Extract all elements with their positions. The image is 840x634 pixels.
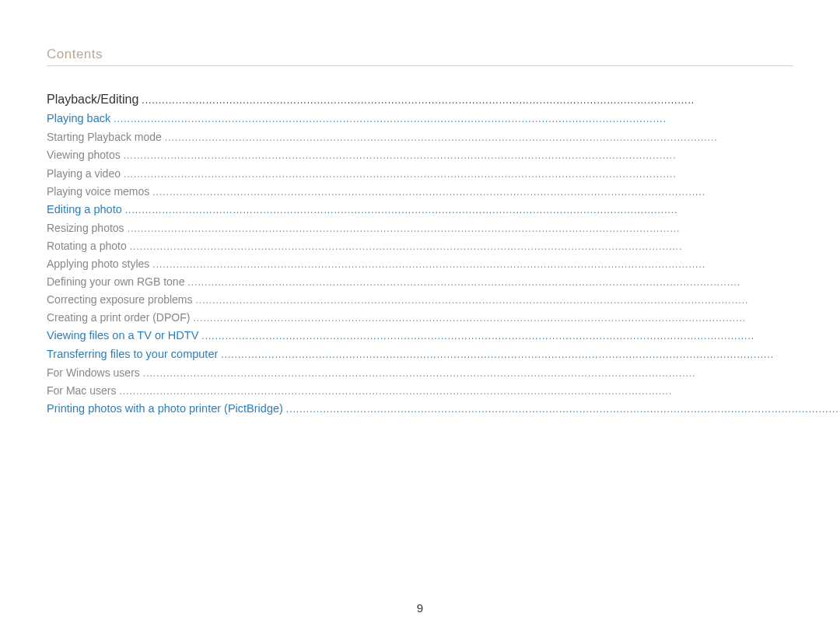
toc-label: Defining your own RGB tone	[47, 273, 184, 291]
toc-entry[interactable]: Defining your own RGB tone60	[47, 273, 840, 291]
toc-label: Transferring files to your computer	[47, 345, 218, 364]
page-number: 9	[417, 601, 423, 615]
toc-leader-dots	[152, 257, 839, 273]
toc-entry[interactable]: Editing a photo59	[47, 201, 840, 219]
toc-label: Playback/Editing	[47, 89, 138, 110]
toc-entry[interactable]: Transferring files to your computer65	[47, 345, 840, 364]
toc-entry[interactable]: Applying photo styles60	[47, 255, 840, 273]
toc-leader-dots	[165, 131, 839, 146]
toc-entry[interactable]: Playback/Editing51	[47, 89, 840, 110]
toc-leader-dots	[152, 185, 839, 201]
toc-leader-dots	[119, 384, 839, 400]
toc-leader-dots	[124, 167, 839, 183]
toc-leader-dots	[187, 275, 839, 291]
toc-entry[interactable]: Creating a print order (DPOF)62	[47, 309, 840, 327]
toc-entry[interactable]: Resizing photos59	[47, 219, 840, 237]
toc-label: Creating a print order (DPOF)	[47, 309, 190, 327]
toc-leader-dots	[196, 293, 840, 309]
toc-leader-dots	[221, 348, 838, 363]
page-header: Contents	[47, 47, 793, 66]
toc-leader-dots	[286, 402, 839, 418]
toc-entry[interactable]: Playing back52	[47, 110, 840, 128]
toc-label: For Mac users	[47, 382, 116, 400]
toc-entry[interactable]: Viewing files on a TV or HDTV63	[47, 327, 840, 345]
toc-label: Rotating a photo	[47, 237, 127, 255]
toc-column-left: Playback/Editing51Playing back52Starting…	[47, 89, 840, 419]
toc-label: Playing a video	[47, 165, 121, 183]
toc-leader-dots	[130, 240, 839, 255]
toc-entry[interactable]: Rotating a photo59	[47, 237, 840, 255]
toc-leader-dots	[201, 329, 838, 345]
toc-label: Viewing files on a TV or HDTV	[47, 327, 198, 345]
toc-leader-dots	[114, 112, 838, 128]
toc-entry[interactable]: Starting Playback mode52	[47, 128, 840, 146]
toc-label: Starting Playback mode	[47, 128, 162, 146]
toc-label: Correcting exposure problems	[47, 291, 193, 309]
toc-entry[interactable]: For Mac users70	[47, 382, 840, 400]
toc-leader-dots	[125, 203, 839, 219]
toc-label: Editing a photo	[47, 201, 122, 219]
toc-leader-dots	[142, 93, 838, 109]
toc-leader-dots	[193, 311, 839, 327]
toc-label: Printing photos with a photo printer (Pi…	[47, 400, 283, 419]
toc-entry[interactable]: Viewing photos56	[47, 146, 840, 164]
toc-label: Viewing photos	[47, 146, 121, 164]
toc-entry[interactable]: Printing photos with a photo printer (Pi…	[47, 400, 840, 419]
toc-entry[interactable]: Playing a video57	[47, 165, 840, 183]
toc-leader-dots	[128, 222, 840, 237]
toc-entry[interactable]: For Windows users65	[47, 364, 840, 382]
toc-label: For Windows users	[47, 364, 140, 382]
toc-label: Playing voice memos	[47, 183, 149, 201]
toc-entry[interactable]: Playing voice memos58	[47, 183, 840, 201]
toc-columns: Playback/Editing51Playing back52Starting…	[47, 89, 793, 419]
toc-label: Resizing photos	[47, 219, 124, 237]
toc-leader-dots	[143, 366, 839, 382]
toc-leader-dots	[124, 149, 840, 164]
toc-label: Playing back	[47, 110, 110, 128]
toc-label: Applying photo styles	[47, 255, 149, 273]
toc-entry[interactable]: Correcting exposure problems61	[47, 291, 840, 309]
